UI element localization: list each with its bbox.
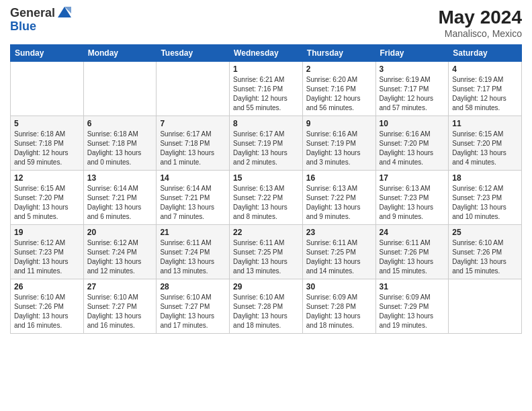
page-container: General Blue May 2024 Manalisco, Mexico … — [0, 0, 532, 340]
day-number: 4 — [452, 64, 518, 74]
day-info: Sunrise: 6:18 AMSunset: 7:18 PMDaylight:… — [14, 130, 80, 167]
calendar-cell: 5Sunrise: 6:18 AMSunset: 7:18 PMDaylight… — [11, 116, 84, 171]
day-number: 22 — [233, 228, 299, 237]
calendar-cell — [449, 279, 522, 334]
day-info: Sunrise: 6:10 AMSunset: 7:27 PMDaylight:… — [87, 293, 153, 330]
week-row-2: 12Sunrise: 6:15 AMSunset: 7:20 PMDayligh… — [11, 171, 522, 225]
calendar-cell: 15Sunrise: 6:13 AMSunset: 7:22 PMDayligh… — [230, 171, 303, 225]
day-of-week-thursday: Thursday — [302, 45, 375, 62]
day-info: Sunrise: 6:19 AMSunset: 7:17 PMDaylight:… — [452, 75, 518, 113]
day-number: 14 — [160, 173, 226, 183]
day-info: Sunrise: 6:15 AMSunset: 7:20 PMDaylight:… — [452, 130, 518, 167]
day-info: Sunrise: 6:09 AMSunset: 7:29 PMDaylight:… — [380, 293, 445, 330]
calendar-header-row: SundayMondayTuesdayWednesdayThursdayFrid… — [11, 45, 522, 62]
day-info: Sunrise: 6:09 AMSunset: 7:28 PMDaylight:… — [306, 293, 372, 330]
day-number: 17 — [380, 173, 445, 183]
day-info: Sunrise: 6:11 AMSunset: 7:26 PMDaylight:… — [380, 238, 445, 276]
calendar-cell: 29Sunrise: 6:10 AMSunset: 7:28 PMDayligh… — [230, 279, 303, 334]
calendar-cell: 24Sunrise: 6:11 AMSunset: 7:26 PMDayligh… — [375, 225, 449, 279]
day-of-week-saturday: Saturday — [449, 45, 522, 62]
day-info: Sunrise: 6:15 AMSunset: 7:20 PMDaylight:… — [14, 184, 80, 222]
calendar-cell: 30Sunrise: 6:09 AMSunset: 7:28 PMDayligh… — [302, 279, 375, 334]
day-info: Sunrise: 6:10 AMSunset: 7:28 PMDaylight:… — [233, 293, 299, 330]
day-info: Sunrise: 6:13 AMSunset: 7:22 PMDaylight:… — [306, 184, 372, 222]
day-number: 29 — [233, 282, 299, 291]
logo-general: General — [10, 6, 55, 19]
day-number: 7 — [160, 119, 226, 128]
week-row-0: 1Sunrise: 6:21 AMSunset: 7:16 PMDaylight… — [11, 62, 522, 116]
day-number: 16 — [306, 173, 372, 183]
day-of-week-friday: Friday — [375, 45, 449, 62]
day-number: 12 — [14, 173, 80, 183]
calendar-cell: 6Sunrise: 6:18 AMSunset: 7:18 PMDaylight… — [83, 116, 157, 171]
calendar-cell — [11, 62, 84, 116]
day-number: 5 — [14, 119, 80, 128]
day-number: 1 — [233, 64, 299, 74]
day-number: 26 — [14, 282, 80, 291]
calendar-cell: 19Sunrise: 6:12 AMSunset: 7:23 PMDayligh… — [11, 225, 84, 279]
day-info: Sunrise: 6:20 AMSunset: 7:16 PMDaylight:… — [306, 75, 372, 113]
calendar-cell: 17Sunrise: 6:13 AMSunset: 7:23 PMDayligh… — [375, 171, 449, 225]
day-number: 15 — [233, 173, 299, 183]
day-info: Sunrise: 6:12 AMSunset: 7:24 PMDaylight:… — [87, 238, 153, 276]
calendar-cell: 12Sunrise: 6:15 AMSunset: 7:20 PMDayligh… — [11, 171, 84, 225]
day-info: Sunrise: 6:19 AMSunset: 7:17 PMDaylight:… — [380, 75, 445, 113]
week-row-3: 19Sunrise: 6:12 AMSunset: 7:23 PMDayligh… — [11, 225, 522, 279]
day-info: Sunrise: 6:13 AMSunset: 7:23 PMDaylight:… — [380, 184, 445, 222]
calendar-cell: 28Sunrise: 6:10 AMSunset: 7:27 PMDayligh… — [157, 279, 230, 334]
day-number: 13 — [87, 173, 153, 183]
calendar-cell: 26Sunrise: 6:10 AMSunset: 7:26 PMDayligh… — [11, 279, 84, 334]
calendar-cell: 18Sunrise: 6:12 AMSunset: 7:23 PMDayligh… — [449, 171, 522, 225]
day-number: 25 — [452, 228, 518, 237]
calendar-cell: 1Sunrise: 6:21 AMSunset: 7:16 PMDaylight… — [230, 62, 303, 116]
title-block: May 2024 Manalisco, Mexico — [438, 7, 522, 39]
calendar-cell: 20Sunrise: 6:12 AMSunset: 7:24 PMDayligh… — [83, 225, 157, 279]
day-info: Sunrise: 6:12 AMSunset: 7:23 PMDaylight:… — [452, 184, 518, 222]
week-row-1: 5Sunrise: 6:18 AMSunset: 7:18 PMDaylight… — [11, 116, 522, 171]
day-info: Sunrise: 6:11 AMSunset: 7:24 PMDaylight:… — [160, 238, 226, 276]
day-info: Sunrise: 6:21 AMSunset: 7:16 PMDaylight:… — [233, 75, 299, 113]
day-number: 3 — [380, 64, 445, 74]
location: Manalisco, Mexico — [438, 28, 522, 39]
day-of-week-tuesday: Tuesday — [157, 45, 230, 62]
day-info: Sunrise: 6:17 AMSunset: 7:19 PMDaylight:… — [233, 130, 299, 167]
calendar-cell: 3Sunrise: 6:19 AMSunset: 7:17 PMDaylight… — [375, 62, 449, 116]
day-info: Sunrise: 6:10 AMSunset: 7:26 PMDaylight:… — [452, 238, 518, 276]
day-info: Sunrise: 6:12 AMSunset: 7:23 PMDaylight:… — [14, 238, 80, 276]
calendar-cell: 9Sunrise: 6:16 AMSunset: 7:19 PMDaylight… — [302, 116, 375, 171]
day-info: Sunrise: 6:10 AMSunset: 7:27 PMDaylight:… — [160, 293, 226, 330]
day-number: 2 — [306, 64, 372, 74]
day-number: 6 — [87, 119, 153, 128]
day-of-week-wednesday: Wednesday — [230, 45, 303, 62]
day-info: Sunrise: 6:18 AMSunset: 7:18 PMDaylight:… — [87, 130, 153, 167]
day-number: 23 — [306, 228, 372, 237]
header: General Blue May 2024 Manalisco, Mexico — [10, 7, 522, 39]
day-info: Sunrise: 6:16 AMSunset: 7:19 PMDaylight:… — [306, 130, 372, 167]
calendar-cell: 25Sunrise: 6:10 AMSunset: 7:26 PMDayligh… — [449, 225, 522, 279]
logo-blue: Blue — [10, 19, 36, 33]
calendar-cell: 31Sunrise: 6:09 AMSunset: 7:29 PMDayligh… — [375, 279, 449, 334]
day-number: 11 — [452, 119, 518, 128]
day-number: 20 — [87, 228, 153, 237]
day-number: 10 — [380, 119, 445, 128]
calendar-cell: 21Sunrise: 6:11 AMSunset: 7:24 PMDayligh… — [157, 225, 230, 279]
day-number: 21 — [160, 228, 226, 237]
calendar-cell: 2Sunrise: 6:20 AMSunset: 7:16 PMDaylight… — [302, 62, 375, 116]
day-number: 9 — [306, 119, 372, 128]
calendar-cell: 10Sunrise: 6:16 AMSunset: 7:20 PMDayligh… — [375, 116, 449, 171]
calendar-cell — [157, 62, 230, 116]
calendar-cell: 7Sunrise: 6:17 AMSunset: 7:18 PMDaylight… — [157, 116, 230, 171]
day-number: 24 — [380, 228, 445, 237]
logo: General Blue — [10, 7, 73, 34]
day-number: 27 — [87, 282, 153, 291]
day-info: Sunrise: 6:11 AMSunset: 7:25 PMDaylight:… — [306, 238, 372, 276]
calendar-cell: 23Sunrise: 6:11 AMSunset: 7:25 PMDayligh… — [302, 225, 375, 279]
calendar-cell: 27Sunrise: 6:10 AMSunset: 7:27 PMDayligh… — [83, 279, 157, 334]
day-number: 19 — [14, 228, 80, 237]
calendar-cell — [83, 62, 157, 116]
day-number: 31 — [380, 282, 445, 291]
day-info: Sunrise: 6:13 AMSunset: 7:22 PMDaylight:… — [233, 184, 299, 222]
calendar-cell: 13Sunrise: 6:14 AMSunset: 7:21 PMDayligh… — [83, 171, 157, 225]
calendar-cell: 14Sunrise: 6:14 AMSunset: 7:21 PMDayligh… — [157, 171, 230, 225]
day-info: Sunrise: 6:16 AMSunset: 7:20 PMDaylight:… — [380, 130, 445, 167]
